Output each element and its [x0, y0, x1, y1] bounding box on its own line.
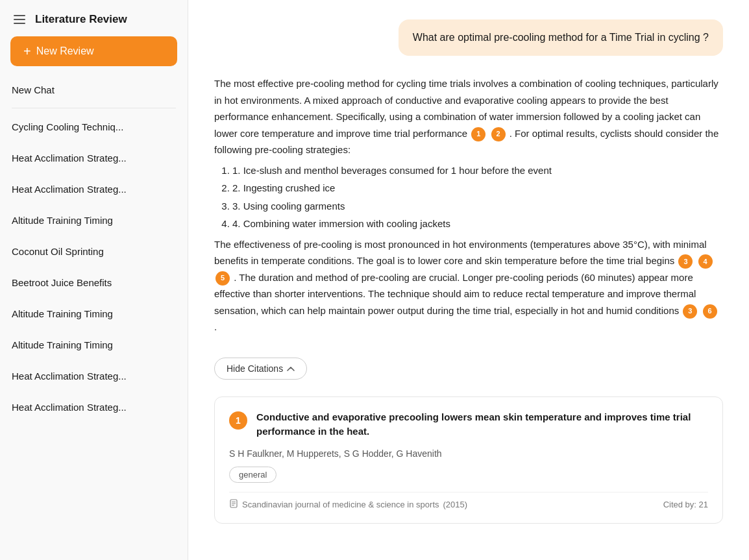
chevron-up-icon	[287, 364, 295, 373]
citation-card-title: Conductive and evaporative precooling lo…	[256, 410, 708, 439]
svg-rect-0	[14, 15, 25, 16]
strategy-item: 4. Combining water immersion with coolin…	[232, 215, 723, 232]
sidebar-item-heat-1[interactable]: Heat Acclimation Strateg...	[3, 142, 185, 173]
sidebar-item-label: Coconut Oil Sprinting	[12, 246, 163, 257]
sidebar-item-label: Heat Acclimation Strateg...	[12, 371, 163, 382]
citation-card-1: 1 Conductive and evaporative precooling …	[214, 396, 723, 524]
sidebar-item-coconut[interactable]: Coconut Oil Sprinting	[3, 236, 185, 267]
hide-citations-wrap: Hide Citations	[214, 348, 723, 380]
sidebar-toggle-button[interactable]	[10, 10, 29, 29]
sidebar-item-label: Cycling Cooling Techniq...	[12, 121, 163, 132]
sidebar-item-altitude-3[interactable]: Altitude Training Timing	[3, 329, 185, 360]
citation-card-footer: Scandinavian journal of medicine & scien…	[229, 492, 708, 510]
sidebar-item-label: Altitude Training Timing	[12, 215, 163, 226]
sidebar: Literature Review + New Review New Chat …	[0, 0, 188, 560]
strategy-item: 1. Ice-slush and menthol beverages consu…	[232, 162, 723, 179]
svg-rect-1	[14, 19, 25, 20]
sidebar-item-new-chat[interactable]: New Chat	[3, 74, 185, 105]
ai-response-conclusion-paragraph: The effectiveness of pre-cooling is most…	[214, 236, 723, 335]
user-message: What are optimal pre-cooling method for …	[399, 19, 723, 56]
citation-card-number: 1	[229, 411, 247, 430]
new-review-label: New Review	[36, 45, 94, 57]
sidebar-item-label: Heat Acclimation Strateg...	[12, 402, 163, 413]
citation-badge-3[interactable]: 3	[678, 254, 693, 269]
sidebar-item-label: Altitude Training Timing	[12, 308, 163, 319]
citation-badge-6[interactable]: 6	[703, 304, 717, 319]
sidebar-title: Literature Review	[35, 13, 127, 26]
sidebar-item-beetroot[interactable]: Beetroot Juice Benefits	[3, 267, 185, 298]
sidebar-item-heat-3[interactable]: Heat Acclimation Strateg...	[3, 360, 185, 391]
main-content: What are optimal pre-cooling method for …	[188, 0, 749, 560]
user-message-wrap: What are optimal pre-cooling method for …	[214, 19, 723, 56]
new-review-button[interactable]: + New Review	[10, 36, 177, 66]
journal-icon	[229, 499, 238, 510]
hide-citations-button[interactable]: Hide Citations	[214, 358, 307, 380]
svg-rect-2	[14, 23, 25, 24]
sidebar-item-label: Altitude Training Timing	[12, 339, 163, 350]
sidebar-header: Literature Review	[0, 0, 188, 36]
sidebar-item-label: Beetroot Juice Benefits	[12, 277, 163, 288]
citation-journal-name: Scandinavian journal of medicine & scien…	[242, 500, 439, 509]
plus-icon: +	[23, 45, 31, 58]
citation-cited-by: Cited by: 21	[663, 500, 708, 509]
sidebar-item-label: Heat Acclimation Strateg...	[12, 152, 163, 164]
sidebar-item-heat-2[interactable]: Heat Acclimation Strateg...	[3, 173, 185, 204]
citation-journal-info: Scandinavian journal of medicine & scien…	[229, 499, 467, 510]
citation-badge-4[interactable]: 4	[698, 254, 713, 269]
sidebar-item-heat-4[interactable]: Heat Acclimation Strateg...	[3, 391, 185, 422]
sidebar-list: New Chat Cycling Cooling Techniq... Heat…	[0, 74, 188, 560]
citation-card-tag: general	[229, 467, 276, 483]
citation-badge-2[interactable]: 2	[491, 127, 506, 141]
citation-card-header: 1 Conductive and evaporative precooling …	[229, 410, 708, 439]
hide-citations-label: Hide Citations	[227, 363, 283, 374]
sidebar-item-altitude-1[interactable]: Altitude Training Timing	[3, 204, 185, 236]
ai-response: The most effective pre-cooling method fo…	[214, 75, 723, 335]
sidebar-item-label: New Chat	[12, 84, 163, 95]
sidebar-item-cycling-cooling[interactable]: Cycling Cooling Techniq...	[3, 111, 185, 142]
citation-badge-3b[interactable]: 3	[683, 304, 697, 319]
strategy-item: 3. Using cooling garments	[232, 198, 723, 215]
ai-response-intro-paragraph: The most effective pre-cooling method fo…	[214, 75, 723, 158]
citation-badge-5[interactable]: 5	[215, 271, 230, 286]
sidebar-item-altitude-2[interactable]: Altitude Training Timing	[3, 298, 185, 329]
citation-year: (2015)	[443, 500, 468, 509]
strategies-list: 1. Ice-slush and menthol beverages consu…	[214, 162, 723, 232]
citation-badge-1[interactable]: 1	[471, 127, 485, 141]
citation-card-authors: S H Faulkner, M Hupperets, S G Hodder, G…	[229, 448, 708, 459]
sidebar-item-label: Heat Acclimation Strateg...	[12, 184, 163, 195]
sidebar-divider	[12, 108, 176, 108]
strategy-item: 2. Ingesting crushed ice	[232, 180, 723, 197]
